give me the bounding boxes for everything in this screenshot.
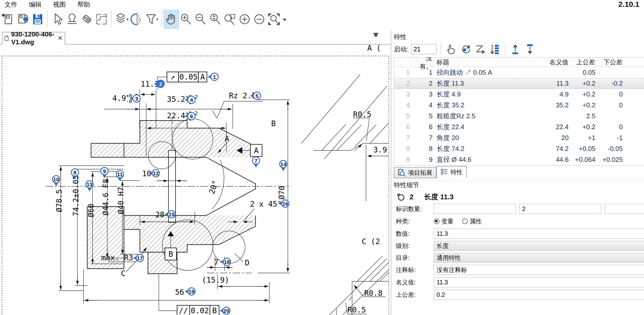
balloon-1[interactable]: 1 [208,73,218,81]
start-input[interactable] [411,44,437,54]
increase-icon[interactable] [237,10,252,28]
table-row[interactable]: 22长度 11.311.3+0.2-0.2 [394,78,644,89]
radio-variable[interactable] [434,219,439,224]
table-row[interactable]: 77角度 2020+1-1 [394,132,644,143]
zoom-dynamic-icon[interactable] [208,10,223,28]
table-row[interactable]: 33长度 4.94.9+0.20 [394,89,644,100]
collapse-icon[interactable]: ◂ [283,16,286,23]
renumber-list-icon[interactable] [489,43,501,55]
workspace: 930-1200-406-V1.dwg ✕ [0,30,644,315]
radio-attribute-label[interactable]: 属性 [470,217,482,225]
table-row[interactable]: 44长度 35.235.2+0.20 [394,100,644,111]
field-label-id-quantity: 标识数量: [396,205,434,213]
save-icon[interactable] [30,10,45,28]
pan-hand-icon[interactable] [164,10,179,28]
catalog-select[interactable]: 通用特性∨ [434,253,644,263]
layers-dropdown-icon[interactable]: ▾ [126,17,128,22]
app-version: 2.10.1 [618,0,639,9]
dim-label: Ø78.5 [55,189,63,212]
table-row[interactable]: 66长度 22.422.4+0.20 [394,122,644,132]
menu-edit[interactable]: 编辑 [29,0,41,9]
menu-view[interactable]: 视图 [53,0,66,9]
move-top-icon[interactable] [509,43,521,55]
svg-text:2: 2 [159,81,162,87]
nominal-input[interactable] [434,277,644,287]
right-panel-column: 特性 ✕ 启动: [391,30,644,315]
tab-characteristics[interactable]: 特性 [436,166,467,178]
new-document-icon[interactable] [1,10,16,28]
value-input[interactable] [434,229,644,239]
table-row[interactable]: 88长度 74.274.2+0.05-0.05 [394,143,644,154]
table-row[interactable]: 55粗糙度Rz 2.52.5 [394,111,644,122]
zoom-window-icon[interactable] [223,10,237,28]
mirror-icon[interactable] [129,10,144,28]
id-quantity-input-1[interactable] [434,204,516,214]
table-row[interactable]: 99直径 Ø 44.644.6+0.064+0.025 [394,154,644,165]
dim-label: C [121,269,125,278]
z-order-icon[interactable] [475,43,486,55]
menu-bar: 文件 编辑 视图 帮助 2.10.1 [0,0,644,9]
zoom-fit-icon[interactable] [267,10,281,28]
open-import-icon[interactable] [16,10,30,28]
field-label-value: 数值: [396,230,434,238]
decrease-icon[interactable] [252,10,267,28]
balloon-19[interactable]: 19 [185,288,195,295]
balloon-11[interactable]: 11 [116,171,124,182]
menu-file[interactable]: 文件 [5,0,17,9]
dim-label: A ( [367,45,381,52]
note-input[interactable] [434,265,644,275]
tab-close-icon[interactable]: ✕ [58,35,63,42]
upper-tol-input[interactable] [434,290,644,300]
radio-attribute[interactable] [462,219,468,224]
balloon-7[interactable]: 7 [252,157,260,168]
radio-variable-label[interactable]: 变量 [441,217,454,225]
balloon-13[interactable]: 13 [86,181,93,192]
tag-icon[interactable] [79,10,94,28]
document-icon [5,34,9,42]
id-quantity-input-2[interactable] [519,204,601,214]
datum-label-B: B [165,248,177,260]
field-label-kind: 种类: [396,217,434,225]
move-bottom-icon[interactable] [524,43,536,55]
tab-overflow-icon[interactable] [373,33,379,37]
balloon-10[interactable]: 10 [53,176,60,187]
zoom-out-icon[interactable] [193,10,208,28]
svg-text:3: 3 [135,96,138,102]
menu-help[interactable]: 帮助 [77,0,90,9]
balloon-18[interactable]: 18 [220,258,231,266]
filter-dropdown-icon[interactable]: ▾ [156,17,158,22]
selected-characteristic-header: 2 长度 11.3 [396,190,644,204]
details-panel: 特性细节 ✕ 2 长度 11.3 标识数量: [394,180,644,315]
level-select[interactable]: 长度∨ [434,241,644,251]
dim-label: R0.8 [364,289,382,298]
col-header-nominal[interactable]: 名义值 [534,59,569,66]
table-row[interactable]: 11径向跳动 ↗ 0.05 A0.05 [394,67,644,78]
drawing-viewport[interactable]: ↗ 0.05 A // 0.02 B 11.34.9+0.2-035.2+0.2… [0,45,391,315]
document-tab[interactable]: 930-1200-406-V1.dwg ✕ [2,32,65,45]
tab-project-extension[interactable]: 项目拓展 [394,167,436,178]
zoom-in-icon[interactable] [179,10,193,28]
toolbar-separator [161,11,162,27]
pick-hand-icon[interactable] [445,43,457,55]
table-header-row[interactable]: 没有。 标题 名义值 上公差 下公差 [394,57,644,67]
select-arrow-icon[interactable] [50,10,65,28]
refresh-order-icon[interactable] [460,43,471,55]
col-header-upper[interactable]: 上公差 [569,59,595,66]
id-quantity-input-3[interactable] [605,204,644,214]
svg-text:17: 17 [137,255,143,261]
toolbar-separator [47,11,48,27]
balloon-20[interactable]: 20 [220,307,230,314]
svg-text:0.05: 0.05 [179,72,198,81]
stamp-icon[interactable] [65,10,79,28]
col-header-lower[interactable]: 下公差 [595,59,623,66]
parallel-symbol: // [179,306,188,315]
col-header-no[interactable]: 没有。 [416,59,433,66]
balloon-14[interactable]: 14 [280,161,287,171]
svg-text:B: B [168,250,173,259]
col-header-title[interactable]: 标题 [433,59,534,66]
dim-label: (15.9) [202,275,229,284]
capture-region-icon[interactable] [94,10,109,28]
dim-label: 22.4 [167,111,185,120]
svg-text:4: 4 [190,97,193,103]
balloon-17[interactable]: 17 [133,254,144,262]
